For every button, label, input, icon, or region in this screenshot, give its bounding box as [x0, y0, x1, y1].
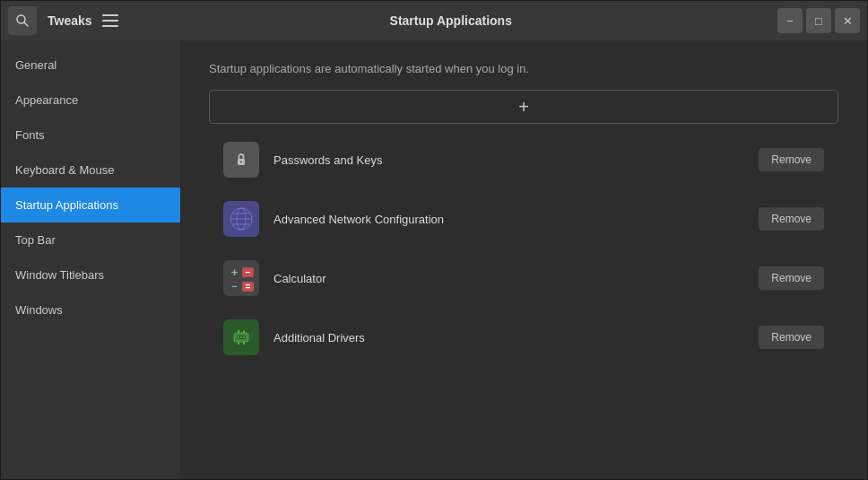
remove-passwords-button[interactable]: Remove	[759, 148, 824, 171]
passwords-icon	[223, 142, 259, 178]
svg-rect-23	[243, 342, 245, 345]
content-area: Startup applications are automatically s…	[180, 40, 867, 479]
sidebar-item-window-titlebars[interactable]: Window Titlebars	[1, 257, 180, 292]
titlebar: Tweaks Startup Applications − □ ✕	[1, 1, 867, 40]
sidebar: General Appearance Fonts Keyboard & Mous…	[1, 40, 180, 479]
page-description: Startup applications are automatically s…	[209, 62, 838, 75]
minimize-button[interactable]: −	[777, 8, 803, 33]
calculator-icon: + − − =	[223, 260, 259, 296]
list-item: Passwords and Keys Remove	[209, 131, 838, 188]
remove-network-button[interactable]: Remove	[759, 207, 824, 231]
svg-line-1	[24, 22, 28, 26]
window-title: Startup Applications	[390, 13, 512, 28]
svg-rect-2	[102, 14, 118, 16]
titlebar-center: Startup Applications	[125, 13, 777, 28]
svg-rect-4	[102, 25, 118, 27]
close-button[interactable]: ✕	[835, 8, 860, 33]
drivers-icon	[223, 319, 259, 355]
svg-rect-22	[238, 342, 239, 345]
remove-calculator-button[interactable]: Remove	[759, 266, 824, 290]
app-name-network: Advanced Network Configuration	[273, 213, 759, 226]
sidebar-item-keyboard-mouse[interactable]: Keyboard & Mouse	[1, 153, 180, 188]
search-button[interactable]	[8, 6, 37, 35]
svg-rect-20	[238, 330, 239, 333]
maximize-button[interactable]: □	[806, 8, 831, 33]
app-name-passwords: Passwords and Keys	[273, 153, 759, 167]
network-icon	[223, 201, 259, 237]
svg-point-7	[240, 161, 242, 163]
sidebar-item-general[interactable]: General	[1, 48, 180, 83]
menu-button[interactable]	[96, 6, 125, 35]
sidebar-item-top-bar[interactable]: Top Bar	[1, 223, 180, 257]
window-controls: − □ ✕	[777, 8, 860, 33]
app-title: Tweaks	[48, 13, 92, 28]
app-name-calculator: Calculator	[273, 272, 759, 285]
list-item: Additional Drivers Remove	[209, 309, 838, 366]
remove-drivers-button[interactable]: Remove	[759, 326, 824, 349]
svg-point-18	[240, 336, 242, 338]
svg-rect-21	[243, 330, 245, 333]
svg-point-17	[238, 336, 239, 338]
add-application-button[interactable]: +	[209, 90, 838, 124]
list-item: Advanced Network Configuration Remove	[209, 190, 838, 248]
app-name-drivers: Additional Drivers	[273, 331, 759, 345]
sidebar-item-startup-applications[interactable]: Startup Applications	[1, 188, 180, 223]
svg-point-19	[243, 336, 245, 338]
window: Tweaks Startup Applications − □ ✕ Genera…	[0, 0, 868, 480]
svg-rect-3	[102, 20, 118, 22]
sidebar-item-appearance[interactable]: Appearance	[1, 83, 180, 118]
list-item: + − − = Calculator Remove	[209, 249, 838, 307]
sidebar-item-windows[interactable]: Windows	[1, 292, 180, 327]
main-content: General Appearance Fonts Keyboard & Mous…	[1, 40, 867, 479]
sidebar-item-fonts[interactable]: Fonts	[1, 118, 180, 153]
